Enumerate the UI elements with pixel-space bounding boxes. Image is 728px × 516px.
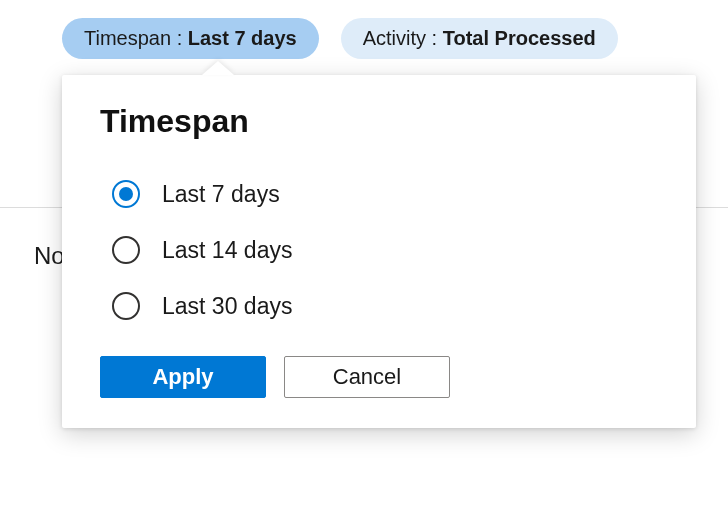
apply-button[interactable]: Apply bbox=[100, 356, 266, 398]
radio-icon bbox=[112, 180, 140, 208]
activity-pill-value: Total Processed bbox=[443, 27, 596, 49]
radio-icon bbox=[112, 236, 140, 264]
radio-label: Last 14 days bbox=[162, 237, 292, 264]
timespan-popover: Timespan Last 7 days Last 14 days Last 3… bbox=[62, 75, 696, 428]
filter-pills-row: Timespan : Last 7 days Activity : Total … bbox=[0, 0, 728, 59]
timespan-option-30-days[interactable]: Last 30 days bbox=[100, 278, 658, 334]
background-truncated-text: No bbox=[34, 242, 65, 270]
popover-caret-icon bbox=[202, 61, 234, 75]
timespan-pill[interactable]: Timespan : Last 7 days bbox=[62, 18, 319, 59]
popover-title: Timespan bbox=[100, 103, 658, 140]
radio-label: Last 7 days bbox=[162, 181, 280, 208]
timespan-pill-value: Last 7 days bbox=[188, 27, 297, 49]
timespan-option-7-days[interactable]: Last 7 days bbox=[100, 166, 658, 222]
activity-pill-label: Activity : bbox=[363, 27, 443, 49]
activity-pill[interactable]: Activity : Total Processed bbox=[341, 18, 618, 59]
timespan-option-14-days[interactable]: Last 14 days bbox=[100, 222, 658, 278]
popover-button-row: Apply Cancel bbox=[100, 356, 658, 398]
radio-label: Last 30 days bbox=[162, 293, 292, 320]
cancel-button[interactable]: Cancel bbox=[284, 356, 450, 398]
timespan-pill-label: Timespan : bbox=[84, 27, 188, 49]
radio-icon bbox=[112, 292, 140, 320]
